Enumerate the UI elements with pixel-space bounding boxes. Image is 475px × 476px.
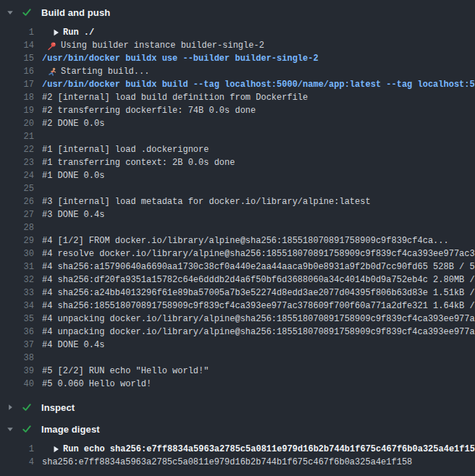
log-line[interactable]: 30#4 resolve docker.io/library/alpine@sh… bbox=[0, 247, 475, 260]
log-line-text: #4 sha256:a24bb4013296f61e89ba57005a7b3e… bbox=[42, 286, 475, 299]
log-line[interactable]: 24#1 DONE 0.0s bbox=[0, 169, 475, 182]
log-line-text: #1 DONE 0.0s bbox=[42, 169, 104, 182]
line-number[interactable]: 37 bbox=[0, 339, 34, 352]
log-line-content: #3 [internal] load metadata for docker.i… bbox=[34, 195, 475, 208]
line-number[interactable]: 15 bbox=[0, 52, 34, 65]
log-line-content: #1 DONE 0.0s bbox=[34, 169, 475, 182]
log-line-text: #4 resolve docker.io/library/alpine@sha2… bbox=[42, 247, 475, 260]
log-line[interactable]: 28 bbox=[0, 221, 475, 234]
log-line-text: #4 sha256:185518070891758909c9f839cf4ca3… bbox=[42, 299, 475, 313]
log-line[interactable]: 38 bbox=[0, 352, 475, 365]
group-title: Build and push bbox=[41, 7, 110, 18]
log-line[interactable]: 36#4 unpacking docker.io/library/alpine@… bbox=[0, 326, 475, 339]
log-line[interactable]: 18#2 [internal] load build definition fr… bbox=[0, 91, 475, 104]
line-number[interactable]: 20 bbox=[0, 117, 34, 130]
line-number[interactable]: 1 bbox=[0, 443, 34, 456]
line-number[interactable]: 33 bbox=[0, 286, 34, 299]
line-number[interactable]: 35 bbox=[0, 313, 34, 326]
log-line[interactable]: 31#4 sha256:a15790640a6690aa1730c38cf0a4… bbox=[0, 260, 475, 273]
log-line[interactable]: 22#1 [internal] load .dockerignore bbox=[0, 143, 475, 156]
line-number[interactable]: 30 bbox=[0, 247, 34, 260]
log-line[interactable]: 20#2 DONE 0.0s bbox=[0, 117, 475, 130]
log-line[interactable]: 34#4 sha256:185518070891758909c9f839cf4c… bbox=[0, 299, 475, 313]
log-line-content: Using builder instance builder-single-2 bbox=[34, 39, 475, 52]
line-number[interactable]: 17 bbox=[0, 78, 34, 91]
line-number[interactable]: 18 bbox=[0, 91, 34, 104]
line-number[interactable]: 19 bbox=[0, 104, 34, 117]
log-group-body: 1Run ./14Using builder instance builder-… bbox=[0, 23, 475, 396]
log-line[interactable]: 17/usr/bin/docker buildx build --tag loc… bbox=[0, 78, 475, 91]
line-number[interactable]: 31 bbox=[0, 260, 34, 273]
log-line-text: sha256:e7ff8834a5963a2785c5a0811e979d16b… bbox=[42, 456, 412, 469]
line-number[interactable]: 25 bbox=[0, 182, 34, 195]
group-title: Image digest bbox=[41, 424, 100, 435]
log-line-text: #3 [internal] load metadata for docker.i… bbox=[42, 195, 371, 208]
log-group-header-image-digest[interactable]: Image digest bbox=[0, 418, 475, 440]
line-number[interactable]: 21 bbox=[0, 130, 34, 143]
log-line-content: #4 DONE 0.4s bbox=[34, 339, 475, 352]
log-line[interactable]: 27#3 DONE 0.4s bbox=[0, 208, 475, 221]
run-arrow-icon[interactable] bbox=[53, 29, 59, 36]
log-line-content: #3 DONE 0.4s bbox=[34, 208, 475, 221]
log-group-image-digest: Image digest1Run echo sha256:e7ff8834a59… bbox=[0, 418, 475, 475]
log-line[interactable]: 29#4 [1/2] FROM docker.io/library/alpine… bbox=[0, 234, 475, 247]
line-number[interactable]: 32 bbox=[0, 273, 34, 286]
line-number[interactable]: 39 bbox=[0, 365, 34, 378]
line-number[interactable]: 38 bbox=[0, 352, 34, 365]
log-line-content bbox=[34, 352, 475, 365]
log-line[interactable]: 15/usr/bin/docker buildx use --builder b… bbox=[0, 52, 475, 65]
log-line[interactable]: 4sha256:e7ff8834a5963a2785c5a0811e979d16… bbox=[0, 456, 475, 469]
log-line-content: Run ./ bbox=[34, 26, 475, 39]
log-line[interactable]: 26#3 [internal] load metadata for docker… bbox=[0, 195, 475, 208]
log-group-header-build-and-push[interactable]: Build and push bbox=[0, 1, 475, 23]
log-line-text: Starting build... bbox=[61, 65, 149, 78]
log-line[interactable]: 16Starting build... bbox=[0, 65, 475, 78]
line-number[interactable]: 36 bbox=[0, 326, 34, 339]
line-number[interactable]: 23 bbox=[0, 156, 34, 169]
line-number[interactable]: 28 bbox=[0, 221, 34, 234]
log-line[interactable]: 32#4 sha256:df20fa9351a15782c64e6dddb2d4… bbox=[0, 273, 475, 286]
line-number[interactable]: 1 bbox=[0, 26, 34, 39]
log-line-text: #3 DONE 0.4s bbox=[42, 208, 104, 221]
log-line-text: #1 [internal] load .dockerignore bbox=[42, 143, 209, 156]
log-line[interactable]: 14Using builder instance builder-single-… bbox=[0, 39, 475, 52]
log-group-header-inspect[interactable]: Inspect bbox=[0, 396, 475, 418]
log-line-text: #2 DONE 0.0s bbox=[42, 117, 104, 130]
log-line[interactable]: 23#1 transferring context: 2B 0.0s done bbox=[0, 156, 475, 169]
runner-icon bbox=[47, 67, 56, 77]
log-line[interactable]: 25 bbox=[0, 182, 475, 195]
line-number[interactable]: 29 bbox=[0, 234, 34, 247]
log-line[interactable]: 35#4 unpacking docker.io/library/alpine@… bbox=[0, 313, 475, 326]
log-line-content: #5 [2/2] RUN echo "Hello world!" bbox=[34, 365, 475, 378]
line-number[interactable]: 22 bbox=[0, 143, 34, 156]
line-number[interactable]: 14 bbox=[0, 39, 34, 52]
log-line[interactable]: 33#4 sha256:a24bb4013296f61e89ba57005a7b… bbox=[0, 286, 475, 299]
run-arrow-icon[interactable] bbox=[53, 446, 59, 453]
line-number[interactable]: 26 bbox=[0, 195, 34, 208]
log-line-text: #5 [2/2] RUN echo "Hello world!" bbox=[42, 365, 209, 378]
log-line-content: #1 transferring context: 2B 0.0s done bbox=[34, 156, 475, 169]
log-group-build-and-push: Build and push1Run ./14Using builder ins… bbox=[0, 1, 475, 396]
log-line-content bbox=[34, 130, 475, 143]
line-number[interactable]: 40 bbox=[0, 378, 34, 391]
chevron-down-icon[interactable] bbox=[7, 9, 14, 16]
log-line-content: /usr/bin/docker buildx use --builder bui… bbox=[34, 52, 475, 65]
log-line[interactable]: 1Run echo sha256:e7ff8834a5963a2785c5a08… bbox=[0, 443, 475, 456]
log-line[interactable]: 1Run ./ bbox=[0, 26, 475, 39]
log-line[interactable]: 21 bbox=[0, 130, 475, 143]
line-number[interactable]: 27 bbox=[0, 208, 34, 221]
log-line-content: #2 [internal] load build definition from… bbox=[34, 91, 475, 104]
line-number[interactable]: 34 bbox=[0, 299, 34, 313]
log-line[interactable]: 39#5 [2/2] RUN echo "Hello world!" bbox=[0, 365, 475, 378]
group-title: Inspect bbox=[41, 402, 75, 413]
log-line-text: Run ./ bbox=[63, 26, 94, 39]
log-line-text: /usr/bin/docker buildx use --builder bui… bbox=[42, 52, 319, 65]
line-number[interactable]: 16 bbox=[0, 65, 34, 78]
line-number[interactable]: 24 bbox=[0, 169, 34, 182]
log-line[interactable]: 19#2 transferring dockerfile: 74B 0.0s d… bbox=[0, 104, 475, 117]
chevron-right-icon[interactable] bbox=[7, 404, 14, 411]
log-line[interactable]: 40#5 0.060 Hello world! bbox=[0, 378, 475, 391]
line-number[interactable]: 4 bbox=[0, 456, 34, 469]
chevron-down-icon[interactable] bbox=[7, 425, 14, 433]
log-line[interactable]: 37#4 DONE 0.4s bbox=[0, 339, 475, 352]
